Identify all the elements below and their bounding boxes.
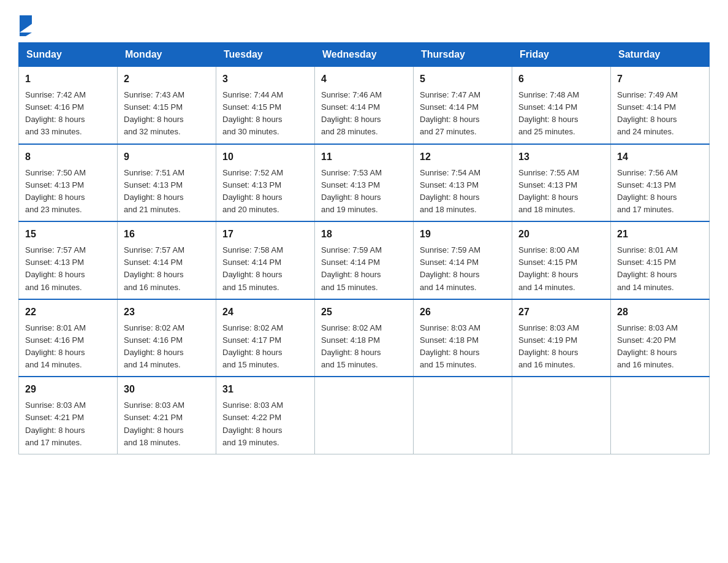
day-info: Sunrise: 7:57 AMSunset: 4:14 PMDaylight:… [124, 245, 184, 291]
calendar-header-row: SundayMondayTuesdayWednesdayThursdayFrid… [19, 43, 710, 67]
calendar-day-cell: 2 Sunrise: 7:43 AMSunset: 4:15 PMDayligh… [118, 67, 216, 144]
day-info: Sunrise: 8:03 AMSunset: 4:19 PMDaylight:… [518, 323, 579, 369]
day-info: Sunrise: 7:53 AMSunset: 4:13 PMDaylight:… [321, 168, 382, 214]
calendar-day-cell [414, 377, 512, 454]
day-number: 19 [420, 227, 506, 242]
calendar-day-cell: 30 Sunrise: 8:03 AMSunset: 4:21 PMDaylig… [118, 377, 216, 454]
calendar-week-row: 29 Sunrise: 8:03 AMSunset: 4:21 PMDaylig… [19, 377, 710, 454]
day-info: Sunrise: 7:47 AMSunset: 4:14 PMDaylight:… [420, 90, 480, 136]
calendar-week-row: 1 Sunrise: 7:42 AMSunset: 4:16 PMDayligh… [19, 67, 710, 144]
calendar-day-cell: 29 Sunrise: 8:03 AMSunset: 4:21 PMDaylig… [19, 377, 118, 454]
day-info: Sunrise: 7:50 AMSunset: 4:13 PMDaylight:… [25, 168, 86, 214]
day-of-week-header: Tuesday [216, 43, 315, 67]
day-info: Sunrise: 8:03 AMSunset: 4:22 PMDaylight:… [222, 400, 283, 446]
calendar-week-row: 22 Sunrise: 8:01 AMSunset: 4:16 PMDaylig… [19, 299, 710, 377]
day-number: 9 [124, 150, 210, 164]
calendar-day-cell: 21 Sunrise: 8:01 AMSunset: 4:15 PMDaylig… [611, 221, 710, 299]
day-number: 30 [124, 382, 210, 397]
calendar-day-cell: 7 Sunrise: 7:49 AMSunset: 4:14 PMDayligh… [611, 67, 710, 144]
calendar-day-cell: 26 Sunrise: 8:03 AMSunset: 4:18 PMDaylig… [414, 299, 512, 377]
day-number: 25 [321, 305, 407, 320]
day-number: 1 [25, 72, 111, 86]
calendar-day-cell: 4 Sunrise: 7:46 AMSunset: 4:14 PMDayligh… [315, 67, 414, 144]
calendar-day-cell: 10 Sunrise: 7:52 AMSunset: 4:13 PMDaylig… [216, 144, 315, 222]
day-of-week-header: Monday [118, 43, 216, 67]
page-header [18, 12, 710, 36]
calendar-day-cell: 12 Sunrise: 7:54 AMSunset: 4:13 PMDaylig… [414, 144, 512, 222]
day-info: Sunrise: 7:54 AMSunset: 4:13 PMDaylight:… [420, 168, 480, 214]
day-number: 31 [222, 382, 308, 397]
day-of-week-header: Wednesday [315, 43, 414, 67]
day-info: Sunrise: 8:03 AMSunset: 4:20 PMDaylight:… [617, 323, 678, 369]
calendar-week-row: 15 Sunrise: 7:57 AMSunset: 4:13 PMDaylig… [19, 221, 710, 299]
day-number: 26 [420, 305, 506, 320]
logo-flag-icon [20, 15, 32, 36]
day-info: Sunrise: 7:46 AMSunset: 4:14 PMDaylight:… [321, 90, 382, 136]
day-info: Sunrise: 7:48 AMSunset: 4:14 PMDaylight:… [518, 90, 579, 136]
day-number: 16 [124, 227, 210, 242]
day-of-week-header: Friday [512, 43, 611, 67]
day-info: Sunrise: 7:42 AMSunset: 4:16 PMDaylight:… [25, 90, 86, 136]
day-info: Sunrise: 7:58 AMSunset: 4:14 PMDaylight:… [222, 245, 283, 291]
calendar-day-cell: 25 Sunrise: 8:02 AMSunset: 4:18 PMDaylig… [315, 299, 414, 377]
day-info: Sunrise: 7:56 AMSunset: 4:13 PMDaylight:… [617, 168, 678, 214]
day-info: Sunrise: 7:59 AMSunset: 4:14 PMDaylight:… [321, 245, 382, 291]
day-number: 5 [420, 72, 506, 86]
calendar-day-cell: 13 Sunrise: 7:55 AMSunset: 4:13 PMDaylig… [512, 144, 611, 222]
day-of-week-header: Saturday [611, 43, 710, 67]
calendar-day-cell: 11 Sunrise: 7:53 AMSunset: 4:13 PMDaylig… [315, 144, 414, 222]
calendar-day-cell: 16 Sunrise: 7:57 AMSunset: 4:14 PMDaylig… [118, 221, 216, 299]
day-number: 13 [518, 150, 604, 164]
day-number: 17 [222, 227, 308, 242]
calendar-day-cell: 23 Sunrise: 8:02 AMSunset: 4:16 PMDaylig… [118, 299, 216, 377]
day-info: Sunrise: 7:43 AMSunset: 4:15 PMDaylight:… [124, 90, 184, 136]
day-number: 14 [617, 150, 703, 164]
day-of-week-header: Sunday [19, 43, 118, 67]
day-info: Sunrise: 7:44 AMSunset: 4:15 PMDaylight:… [222, 90, 283, 136]
day-number: 15 [25, 227, 111, 242]
day-info: Sunrise: 8:02 AMSunset: 4:17 PMDaylight:… [222, 323, 283, 369]
calendar-table: SundayMondayTuesdayWednesdayThursdayFrid… [18, 42, 710, 454]
calendar-day-cell: 27 Sunrise: 8:03 AMSunset: 4:19 PMDaylig… [512, 299, 611, 377]
calendar-day-cell: 14 Sunrise: 7:56 AMSunset: 4:13 PMDaylig… [611, 144, 710, 222]
day-number: 3 [222, 72, 308, 86]
day-number: 6 [518, 72, 604, 86]
calendar-day-cell: 6 Sunrise: 7:48 AMSunset: 4:14 PMDayligh… [512, 67, 611, 144]
day-info: Sunrise: 8:03 AMSunset: 4:21 PMDaylight:… [124, 400, 184, 446]
day-info: Sunrise: 7:59 AMSunset: 4:14 PMDaylight:… [420, 245, 480, 291]
day-number: 29 [25, 382, 111, 397]
day-number: 21 [617, 227, 703, 242]
day-of-week-header: Thursday [414, 43, 512, 67]
calendar-day-cell: 8 Sunrise: 7:50 AMSunset: 4:13 PMDayligh… [19, 144, 118, 222]
day-number: 10 [222, 150, 308, 164]
calendar-day-cell: 17 Sunrise: 7:58 AMSunset: 4:14 PMDaylig… [216, 221, 315, 299]
day-info: Sunrise: 8:02 AMSunset: 4:16 PMDaylight:… [124, 323, 184, 369]
day-number: 24 [222, 305, 308, 320]
day-number: 2 [124, 72, 210, 86]
day-info: Sunrise: 8:03 AMSunset: 4:18 PMDaylight:… [420, 323, 480, 369]
day-info: Sunrise: 8:00 AMSunset: 4:15 PMDaylight:… [518, 245, 579, 291]
calendar-day-cell: 24 Sunrise: 8:02 AMSunset: 4:17 PMDaylig… [216, 299, 315, 377]
calendar-day-cell [512, 377, 611, 454]
day-number: 22 [25, 305, 111, 320]
day-number: 7 [617, 72, 703, 86]
logo [18, 12, 32, 36]
calendar-day-cell: 20 Sunrise: 8:00 AMSunset: 4:15 PMDaylig… [512, 221, 611, 299]
day-number: 4 [321, 72, 407, 86]
calendar-day-cell [611, 377, 710, 454]
day-number: 27 [518, 305, 604, 320]
day-info: Sunrise: 7:55 AMSunset: 4:13 PMDaylight:… [518, 168, 579, 214]
day-number: 20 [518, 227, 604, 242]
day-number: 18 [321, 227, 407, 242]
calendar-day-cell: 28 Sunrise: 8:03 AMSunset: 4:20 PMDaylig… [611, 299, 710, 377]
calendar-day-cell: 1 Sunrise: 7:42 AMSunset: 4:16 PMDayligh… [19, 67, 118, 144]
calendar-day-cell: 19 Sunrise: 7:59 AMSunset: 4:14 PMDaylig… [414, 221, 512, 299]
day-info: Sunrise: 8:03 AMSunset: 4:21 PMDaylight:… [25, 400, 86, 446]
day-info: Sunrise: 8:01 AMSunset: 4:15 PMDaylight:… [617, 245, 678, 291]
calendar-day-cell: 15 Sunrise: 7:57 AMSunset: 4:13 PMDaylig… [19, 221, 118, 299]
day-info: Sunrise: 7:49 AMSunset: 4:14 PMDaylight:… [617, 90, 678, 136]
day-number: 28 [617, 305, 703, 320]
day-number: 11 [321, 150, 407, 164]
calendar-day-cell: 3 Sunrise: 7:44 AMSunset: 4:15 PMDayligh… [216, 67, 315, 144]
day-number: 12 [420, 150, 506, 164]
